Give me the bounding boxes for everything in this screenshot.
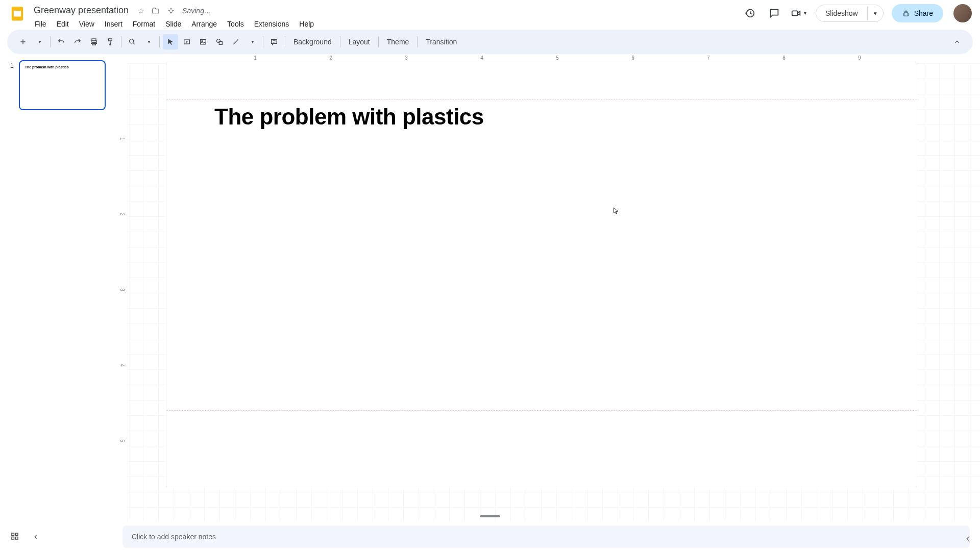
share-label: Share	[914, 9, 933, 17]
comments-icon[interactable]	[766, 5, 782, 21]
document-title[interactable]: Greenway presentation	[31, 4, 132, 17]
menu-extensions[interactable]: Extensions	[250, 18, 293, 30]
mouse-cursor-icon	[612, 206, 620, 215]
zoom-button[interactable]	[125, 34, 140, 49]
ruler-tick: 6	[631, 55, 634, 61]
ruler-tick: 1	[119, 137, 125, 140]
slideshow-button-group: Slideshow ▼	[816, 5, 884, 22]
separator	[417, 36, 418, 47]
new-slide-dropdown[interactable]: ▼	[32, 34, 47, 49]
thumbnail-row: 1 The problem with plastics	[10, 60, 107, 110]
slideshow-button[interactable]: Slideshow	[816, 5, 867, 21]
grid-view-icon[interactable]	[10, 532, 20, 542]
layout-button[interactable]: Layout	[344, 38, 375, 46]
ruler-tick: 4	[480, 55, 483, 61]
menu-help[interactable]: Help	[295, 18, 318, 30]
slide-title-text[interactable]: The problem with plastics	[214, 104, 484, 130]
cloud-status-icon[interactable]	[167, 7, 175, 15]
menu-bar: File Edit View Insert Format Slide Arran…	[31, 18, 742, 30]
svg-rect-10	[201, 39, 206, 44]
ruler-tick: 7	[707, 55, 710, 61]
shape-tool[interactable]	[212, 34, 227, 49]
margin-guide-bottom	[166, 410, 917, 411]
svg-rect-1	[14, 11, 21, 16]
collapse-toolbar-icon[interactable]	[949, 34, 965, 49]
slide-thumbnail[interactable]: The problem with plastics	[19, 60, 106, 110]
separator	[285, 36, 285, 47]
menu-tools[interactable]: Tools	[223, 18, 248, 30]
svg-rect-18	[16, 537, 18, 540]
history-icon[interactable]	[742, 5, 758, 21]
speaker-notes-input[interactable]: Click to add speaker notes	[122, 525, 970, 548]
svg-rect-4	[904, 13, 908, 16]
title-area: Greenway presentation ☆ Saving… File Edi…	[31, 4, 742, 30]
svg-point-12	[217, 39, 220, 43]
share-button[interactable]: Share	[892, 4, 943, 22]
select-tool[interactable]	[163, 34, 178, 49]
menu-edit[interactable]: Edit	[53, 18, 73, 30]
ruler-tick: 2	[329, 55, 332, 61]
thumbnail-panel[interactable]: 1 The problem with plastics	[0, 54, 117, 521]
separator	[340, 36, 340, 47]
line-dropdown[interactable]: ▼	[244, 34, 260, 49]
print-button[interactable]	[86, 34, 102, 49]
menu-arrange[interactable]: Arrange	[187, 18, 221, 30]
notes-resize-handle[interactable]	[480, 515, 500, 517]
theme-button[interactable]: Theme	[382, 38, 414, 46]
slides-logo[interactable]	[8, 4, 27, 22]
svg-rect-3	[792, 11, 798, 15]
svg-rect-15	[12, 533, 14, 536]
menu-slide[interactable]: Slide	[161, 18, 185, 30]
ruler-tick: 3	[405, 55, 408, 61]
ruler-tick: 4	[119, 364, 125, 367]
menu-insert[interactable]: Insert	[101, 18, 127, 30]
slide-canvas[interactable]: The problem with plastics	[166, 63, 917, 487]
explore-icon[interactable]	[961, 532, 975, 546]
separator	[378, 36, 379, 47]
header-bar: Greenway presentation ☆ Saving… File Edi…	[0, 0, 980, 29]
separator	[50, 36, 51, 47]
new-slide-button[interactable]	[15, 34, 31, 49]
undo-button[interactable]	[54, 34, 69, 49]
ruler-tick: 3	[119, 288, 125, 291]
transition-button[interactable]: Transition	[421, 38, 462, 46]
lock-icon	[902, 9, 910, 17]
move-icon[interactable]	[152, 7, 160, 15]
background-button[interactable]: Background	[288, 38, 337, 46]
image-tool[interactable]	[195, 34, 211, 49]
line-tool[interactable]	[228, 34, 243, 49]
meet-icon[interactable]: ▼	[791, 5, 807, 21]
ruler-tick: 1	[254, 55, 257, 61]
bottom-bar: Click to add speaker notes	[0, 521, 980, 551]
workspace: 1 The problem with plastics 1 2 3 4 5 6 …	[0, 54, 980, 521]
slideshow-dropdown[interactable]: ▼	[867, 7, 883, 20]
paint-format-button[interactable]	[103, 34, 118, 49]
thumbnail-title: The problem with plastics	[25, 65, 100, 69]
header-right: ▼ Slideshow ▼ Share	[742, 4, 972, 22]
menu-view[interactable]: View	[75, 18, 99, 30]
separator	[263, 36, 263, 47]
toolbar: ▼ ▼ ▼ Background Layout Theme Transition	[7, 30, 973, 54]
ruler-tick: 2	[119, 213, 125, 216]
save-status: Saving…	[182, 7, 211, 15]
zoom-dropdown[interactable]: ▼	[141, 34, 156, 49]
vertical-ruler[interactable]: 1 2 3 4 5	[117, 63, 128, 521]
star-icon[interactable]: ☆	[138, 7, 144, 15]
ruler-tick: 8	[782, 55, 786, 61]
margin-guide-top	[166, 99, 917, 99]
canvas-area[interactable]: 1 2 3 4 5 6 7 8 9 1 2 3 4 5 The problem …	[117, 54, 980, 521]
horizontal-ruler[interactable]: 1 2 3 4 5 6 7 8 9	[128, 54, 980, 63]
redo-button[interactable]	[70, 34, 85, 49]
textbox-tool[interactable]	[179, 34, 194, 49]
comment-tool[interactable]	[266, 34, 282, 49]
account-avatar[interactable]	[953, 4, 972, 22]
ruler-tick: 9	[858, 55, 861, 61]
ruler-tick: 5	[119, 439, 125, 442]
menu-format[interactable]: Format	[129, 18, 159, 30]
separator	[159, 36, 160, 47]
chevron-left-icon[interactable]	[31, 532, 41, 542]
ruler-tick: 5	[556, 55, 559, 61]
thumbnail-number: 1	[10, 62, 14, 69]
svg-rect-16	[16, 533, 18, 536]
menu-file[interactable]: File	[31, 18, 51, 30]
